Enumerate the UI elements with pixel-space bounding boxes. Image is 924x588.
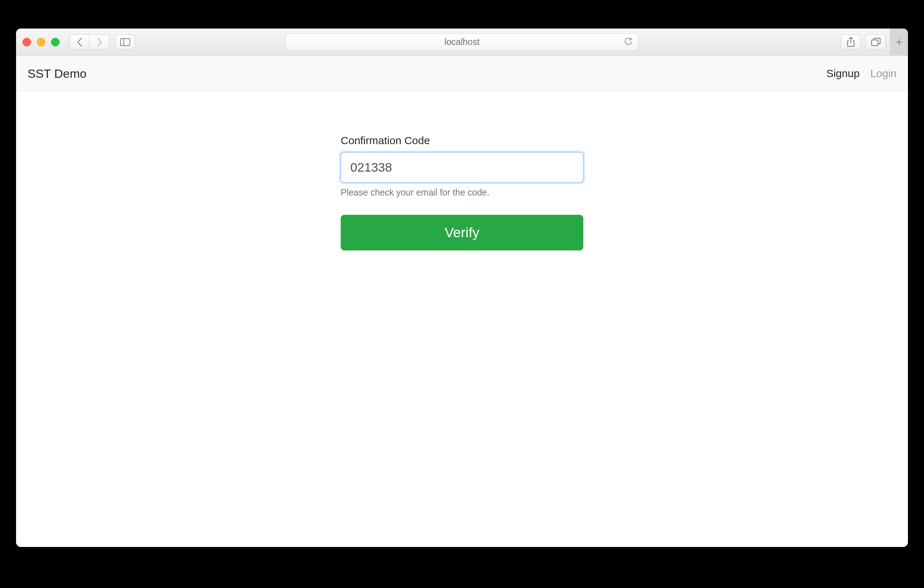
address-text: localhost [444,37,480,47]
svg-rect-3 [871,40,878,46]
plus-icon: + [896,35,903,49]
reload-icon [624,38,632,46]
forward-button[interactable] [89,34,109,50]
chevron-right-icon [96,38,103,47]
browser-window: localhost + SST Demo Signup Login Confir… [16,28,908,547]
confirmation-code-input[interactable] [341,152,583,182]
signup-link[interactable]: Signup [826,68,860,79]
app-navbar: SST Demo Signup Login [16,56,908,92]
share-icon [847,37,855,47]
traffic-lights [23,38,59,46]
confirmation-help-text: Please check your email for the code. [341,187,583,198]
page-content: Confirmation Code Please check your emai… [16,92,908,547]
browser-right-controls: + [836,28,901,56]
window-zoom-button[interactable] [51,38,59,46]
reload-button[interactable] [624,38,632,46]
confirmation-code-label: Confirmation Code [341,134,583,147]
verify-button[interactable]: Verify [341,215,583,251]
window-close-button[interactable] [23,38,31,46]
share-button[interactable] [841,34,861,50]
new-tab-button[interactable]: + [890,28,908,56]
confirmation-form: Confirmation Code Please check your emai… [341,134,583,547]
nav-links: Signup Login [826,68,896,79]
chevron-left-icon [76,38,83,47]
tabs-button[interactable] [866,34,886,50]
browser-chrome: localhost + [16,28,908,56]
sidebar-toggle-button[interactable] [115,34,135,50]
tabs-icon [871,38,881,46]
svg-rect-0 [120,38,130,46]
window-minimize-button[interactable] [37,38,45,46]
login-link[interactable]: Login [871,68,896,79]
back-button[interactable] [69,34,89,50]
brand-link[interactable]: SST Demo [28,67,87,81]
sidebar-icon [120,38,130,46]
nav-button-group [69,34,109,50]
address-bar[interactable]: localhost [285,33,639,51]
